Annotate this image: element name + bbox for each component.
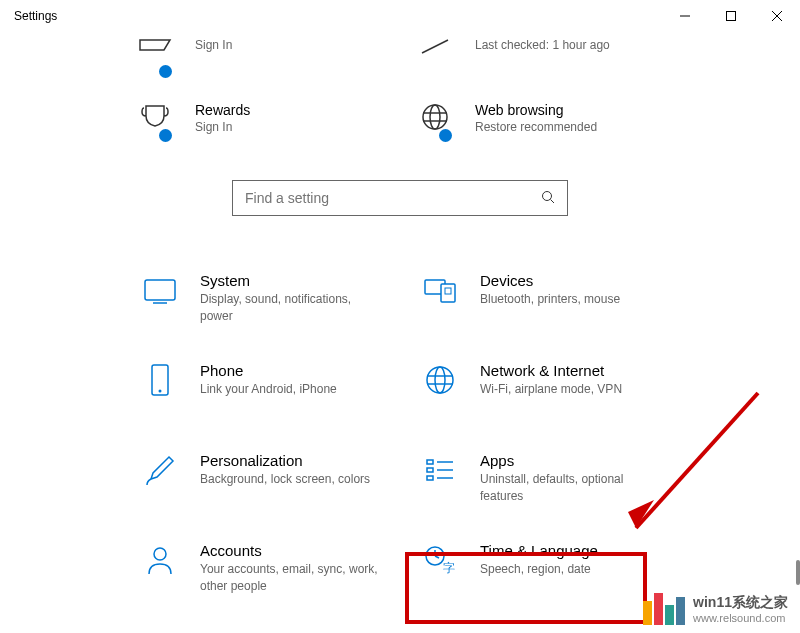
badge-dot-icon [439,129,452,142]
category-phone[interactable]: Phone Link your Android, iPhone [130,346,390,436]
svg-rect-10 [145,280,175,300]
svg-rect-34 [643,601,652,625]
phone-icon [140,360,180,400]
personalization-icon [140,450,180,490]
category-title: Time & Language [480,542,660,559]
tile-sub: Sign In [195,120,390,134]
titlebar: Settings [0,0,800,32]
scrollbar[interactable] [796,560,800,585]
window-title: Settings [14,9,57,23]
watermark-url: www.relsound.com [693,612,788,624]
signin-icon [130,38,180,78]
minimize-button[interactable] [662,0,708,32]
svg-rect-37 [676,597,685,625]
svg-rect-35 [654,593,663,625]
category-sub: Uninstall, defaults, optional features [480,471,660,505]
status-tile-signin[interactable]: Sign In [130,32,390,96]
tile-sub: Sign In [195,38,390,52]
status-tile-rewards[interactable]: Rewards Sign In [130,96,390,160]
category-apps[interactable]: Apps Uninstall, defaults, optional featu… [410,436,670,526]
svg-point-8 [543,191,552,200]
status-tile-update[interactable]: Last checked: 1 hour ago [410,32,670,96]
category-sub: Background, lock screen, colors [200,471,380,488]
category-title: Accounts [200,542,380,559]
tile-title: Web browsing [475,102,670,118]
search-box[interactable] [232,180,568,216]
category-sub: Wi-Fi, airplane mode, VPN [480,381,660,398]
category-title: Phone [200,362,380,379]
status-tile-web[interactable]: Web browsing Restore recommended [410,96,670,160]
globe-icon [410,102,460,142]
svg-rect-23 [427,468,433,472]
accounts-icon [140,540,180,580]
search-input[interactable] [245,190,541,206]
tile-title: Rewards [195,102,390,118]
badge-dot-icon [159,65,172,78]
maximize-button[interactable] [708,0,754,32]
update-icon [410,38,460,78]
svg-rect-36 [665,605,674,625]
category-system[interactable]: System Display, sound, notifications, po… [130,256,390,346]
category-sub: Link your Android, iPhone [200,381,380,398]
watermark: win11系统之家 www.relsound.com [643,593,788,625]
category-personalization[interactable]: Personalization Background, lock screen,… [130,436,390,526]
watermark-logo-icon [643,593,685,625]
category-accounts[interactable]: Accounts Your accounts, email, sync, wor… [130,526,390,616]
tile-sub: Last checked: 1 hour ago [475,38,670,52]
svg-point-5 [430,105,440,129]
svg-point-18 [435,367,445,393]
time-language-icon: 字 [420,540,460,580]
tile-sub: Restore recommended [475,120,670,134]
window-controls [662,0,800,32]
category-time-language[interactable]: 字 Time & Language Speech, region, date [410,526,670,616]
svg-rect-21 [427,460,433,464]
badge-dot-icon [159,129,172,142]
category-sub: Your accounts, email, sync, work, other … [200,561,380,595]
svg-rect-25 [427,476,433,480]
svg-line-30 [435,556,439,558]
category-sub: Display, sound, notifications, power [200,291,380,325]
svg-point-16 [159,390,162,393]
apps-icon [420,450,460,490]
svg-rect-13 [441,284,455,302]
svg-rect-1 [727,12,736,21]
watermark-title: win11系统之家 [693,594,788,612]
category-title: Network & Internet [480,362,660,379]
svg-point-4 [423,105,447,129]
network-icon [420,360,460,400]
status-tiles: Sign In Last checked: 1 hour ago Rewards… [0,32,800,160]
system-icon [140,270,180,310]
svg-text:字: 字 [443,561,455,575]
category-sub: Speech, region, date [480,561,660,578]
rewards-icon [130,102,180,142]
category-sub: Bluetooth, printers, mouse [480,291,660,308]
category-title: System [200,272,380,289]
svg-line-9 [551,199,555,203]
close-button[interactable] [754,0,800,32]
category-title: Devices [480,272,660,289]
category-network[interactable]: Network & Internet Wi-Fi, airplane mode,… [410,346,670,436]
category-title: Personalization [200,452,380,469]
category-title: Apps [480,452,660,469]
svg-point-17 [427,367,453,393]
search-icon [541,190,555,207]
svg-point-27 [154,548,166,560]
search-row [0,180,800,216]
category-devices[interactable]: Devices Bluetooth, printers, mouse [410,256,670,346]
devices-icon [420,270,460,310]
categories-grid: System Display, sound, notifications, po… [0,256,800,616]
